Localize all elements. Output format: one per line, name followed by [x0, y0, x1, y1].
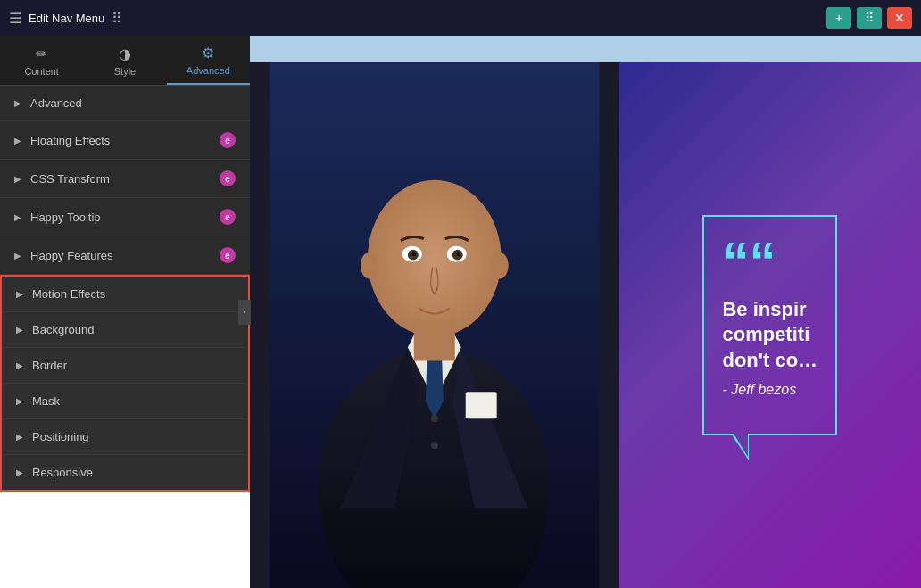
tab-style[interactable]: ◑ Style	[83, 36, 166, 85]
accordion-mask: ▶ Mask	[2, 384, 248, 419]
person-svg	[250, 62, 619, 588]
tab-advanced[interactable]: ⚙ Advanced	[167, 36, 250, 85]
arrow-icon: ▶	[16, 289, 23, 299]
accordion-border: ▶ Border	[2, 348, 248, 384]
accordion-happy-tooltip: ▶ Happy Tooltip e	[0, 198, 250, 236]
drag-button[interactable]: ⠿	[857, 7, 882, 29]
accordion-border-label: Border	[32, 359, 234, 372]
svg-point-12	[411, 252, 416, 256]
svg-point-13	[456, 252, 460, 256]
accordion-responsive-label: Responsive	[32, 466, 234, 479]
accordion-positioning-header[interactable]: ▶ Positioning	[2, 419, 248, 454]
accordion-background: ▶ Background	[2, 312, 248, 348]
svg-point-17	[431, 442, 438, 449]
tab-style-label: Style	[114, 66, 136, 77]
content-top-bar	[250, 36, 921, 62]
move-button[interactable]: +	[826, 7, 851, 29]
arrow-icon: ▶	[14, 98, 21, 108]
person-area	[250, 62, 619, 588]
accordion-mask-header[interactable]: ▶ Mask	[2, 384, 248, 418]
arrow-icon: ▶	[14, 251, 21, 261]
main-area: ✏ Content ◑ Style ⚙ Advanced ▶ Advanced	[0, 36, 921, 588]
arrow-icon: ▶	[14, 174, 21, 184]
tabs-row: ✏ Content ◑ Style ⚙ Advanced	[0, 36, 250, 86]
css-badge: e	[220, 170, 236, 186]
svg-point-5	[361, 253, 378, 279]
content-area: ““ Be inspircompetitidon't co… - Jeff be…	[250, 36, 921, 588]
features-badge: e	[220, 247, 236, 263]
top-bar-left: ☰ Edit Nav Menu ⠿	[9, 10, 122, 27]
sidebar: ✏ Content ◑ Style ⚙ Advanced ▶ Advanced	[0, 36, 250, 492]
top-bar-right: + ⠿ ✕	[826, 7, 912, 29]
slide-content: ““ Be inspircompetitidon't co… - Jeff be…	[250, 62, 921, 588]
advanced-tab-icon: ⚙	[202, 45, 214, 62]
arrow-icon: ▶	[16, 432, 23, 442]
close-button[interactable]: ✕	[887, 7, 912, 29]
arrow-icon: ▶	[16, 360, 23, 370]
accordion-motion-effects: ▶ Motion Effects	[2, 277, 248, 312]
arrow-icon: ▶	[16, 468, 23, 477]
content-tab-icon: ✏	[36, 46, 47, 62]
accordion-advanced: ▶ Advanced	[0, 86, 250, 121]
accordion-motion-header[interactable]: ▶ Motion Effects	[2, 277, 248, 311]
accordion-features-header[interactable]: ▶ Happy Features e	[0, 236, 250, 274]
accordion-floating-header[interactable]: ▶ Floating Effects e	[0, 121, 250, 159]
top-bar: ☰ Edit Nav Menu ⠿ + ⠿ ✕	[0, 0, 921, 36]
tab-advanced-label: Advanced	[187, 65, 230, 76]
tab-content[interactable]: ✏ Content	[0, 36, 83, 85]
accordion-positioning-label: Positioning	[32, 430, 234, 443]
arrow-icon: ▶	[16, 325, 23, 335]
accordion-features-label: Happy Features	[30, 249, 220, 262]
red-border-section: ▶ Motion Effects ▶ Background ▶ Border	[0, 275, 250, 492]
accordion-advanced-header[interactable]: ▶ Advanced	[0, 86, 250, 120]
quote-author: - Jeff bezos	[722, 382, 817, 398]
arrow-icon: ▶	[16, 396, 23, 406]
arrow-icon: ▶	[14, 136, 21, 145]
quote-mark: ““	[722, 235, 817, 288]
accordion-tooltip-header[interactable]: ▶ Happy Tooltip e	[0, 198, 250, 236]
accordion-advanced-label: Advanced	[30, 96, 236, 110]
accordion-positioning: ▶ Positioning	[2, 419, 248, 455]
accordion-css-transform: ▶ CSS Transform e	[0, 160, 250, 198]
arrow-icon: ▶	[14, 212, 21, 222]
quote-area: ““ Be inspircompetitidon't co… - Jeff be…	[619, 62, 921, 588]
accordion-background-header[interactable]: ▶ Background	[2, 312, 248, 347]
quote-box: ““ Be inspircompetitidon't co… - Jeff be…	[702, 215, 837, 436]
hamburger-icon[interactable]: ☰	[9, 10, 21, 27]
accordion-floating-effects: ▶ Floating Effects e	[0, 121, 250, 160]
top-bar-title: Edit Nav Menu	[29, 12, 104, 25]
accordion-border-header[interactable]: ▶ Border	[2, 348, 248, 383]
tab-content-label: Content	[24, 66, 59, 77]
svg-point-16	[431, 415, 438, 422]
accordion-background-label: Background	[32, 323, 234, 336]
quote-text: Be inspircompetitidon't co…	[722, 297, 817, 374]
quote-tail-inner	[734, 434, 748, 457]
accordion-tooltip-label: Happy Tooltip	[30, 211, 220, 224]
accordion-mask-label: Mask	[32, 394, 234, 408]
svg-point-6	[491, 253, 509, 279]
svg-rect-7	[414, 321, 455, 361]
accordion-css-label: CSS Transform	[30, 172, 220, 186]
accordion-motion-label: Motion Effects	[32, 287, 234, 301]
style-tab-icon: ◑	[119, 46, 131, 62]
sidebar-wrapper: ✏ Content ◑ Style ⚙ Advanced ▶ Advanced	[0, 36, 250, 588]
accordion-css-header[interactable]: ▶ CSS Transform e	[0, 160, 250, 197]
accordion-happy-features: ▶ Happy Features e	[0, 236, 250, 275]
sidebar-collapse-btn[interactable]: ‹	[238, 300, 251, 325]
floating-badge: e	[220, 132, 236, 148]
svg-rect-18	[466, 392, 497, 418]
accordion-responsive-header[interactable]: ▶ Responsive	[2, 455, 248, 490]
tooltip-badge: e	[220, 209, 236, 225]
accordion-responsive: ▶ Responsive	[2, 455, 248, 490]
person-image	[250, 62, 619, 588]
accordion-floating-label: Floating Effects	[30, 134, 220, 147]
grid-icon[interactable]: ⠿	[112, 10, 122, 27]
